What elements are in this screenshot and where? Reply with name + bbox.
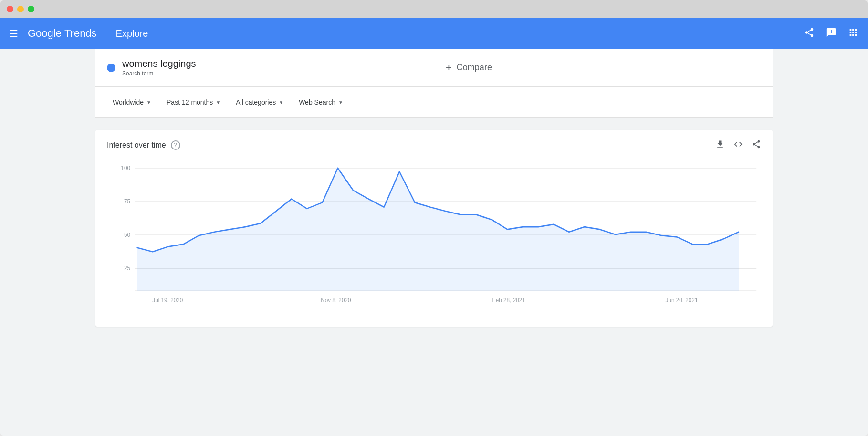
category-filter[interactable]: All categories ▼ (230, 95, 289, 110)
brand-trends: Trends (64, 27, 97, 40)
navbar-right (804, 27, 858, 40)
chart-title-row: Interest over time ? (107, 140, 180, 150)
search-type-label: Web Search (299, 98, 335, 106)
search-term-box: womens leggings Search term (95, 49, 430, 86)
close-button[interactable] (7, 6, 13, 12)
category-dropdown-arrow: ▼ (279, 100, 283, 105)
svg-text:25: 25 (124, 265, 130, 272)
chart-actions (715, 139, 761, 151)
svg-text:Jul 19, 2020: Jul 19, 2020 (152, 297, 183, 304)
minimize-button[interactable] (17, 6, 24, 12)
search-term-dot (107, 64, 115, 72)
chart-share-icon[interactable] (752, 139, 761, 151)
hamburger-icon[interactable]: ☰ (10, 28, 18, 39)
share-icon[interactable] (804, 27, 815, 40)
search-type-filter[interactable]: Web Search ▼ (293, 95, 349, 110)
help-icon[interactable]: ? (171, 140, 180, 150)
compare-plus-icon: + (446, 62, 452, 74)
brand-google: Google (28, 27, 62, 40)
search-area: womens leggings Search term + Compare (95, 49, 773, 87)
compare-box[interactable]: + Compare (430, 52, 773, 84)
svg-text:100: 100 (121, 165, 130, 172)
search-term-info: womens leggings Search term (122, 58, 196, 77)
navbar: ☰ Google Trends Explore (0, 18, 868, 49)
search-term-text: womens leggings (122, 58, 196, 69)
search-type-dropdown-arrow: ▼ (338, 100, 343, 105)
category-label: All categories (236, 98, 276, 106)
svg-text:Nov 8, 2020: Nov 8, 2020 (321, 297, 351, 304)
location-label: Worldwide (113, 98, 144, 106)
window-chrome (0, 0, 868, 18)
compare-label: Compare (457, 63, 492, 73)
svg-text:75: 75 (124, 198, 130, 205)
svg-text:Jun 20, 2021: Jun 20, 2021 (666, 297, 698, 304)
chart-container: 100 75 50 25 Jul 19, 2020 Nov 8, 2020 Fe… (107, 153, 761, 315)
chart-section: Interest over time ? (95, 130, 773, 327)
location-filter[interactable]: Worldwide ▼ (107, 95, 157, 110)
navbar-left: ☰ Google Trends Explore (10, 27, 148, 40)
chart-header: Interest over time ? (107, 139, 761, 151)
time-range-dropdown-arrow: ▼ (216, 100, 220, 105)
main-content: womens leggings Search term + Compare Wo… (0, 49, 868, 436)
svg-text:Feb 28, 2021: Feb 28, 2021 (492, 297, 525, 304)
time-range-filter[interactable]: Past 12 months ▼ (161, 95, 226, 110)
time-range-label: Past 12 months (167, 98, 213, 106)
svg-text:50: 50 (124, 232, 130, 239)
feedback-icon[interactable] (826, 27, 837, 40)
embed-icon[interactable] (733, 139, 743, 151)
chart-title: Interest over time (107, 141, 166, 149)
download-icon[interactable] (715, 139, 725, 151)
explore-label: Explore (116, 28, 148, 39)
maximize-button[interactable] (28, 6, 34, 12)
search-term-type: Search term (122, 70, 196, 77)
filter-bar: Worldwide ▼ Past 12 months ▼ All categor… (95, 87, 773, 118)
apps-icon[interactable] (848, 27, 858, 40)
trend-chart-svg: 100 75 50 25 Jul 19, 2020 Nov 8, 2020 Fe… (107, 153, 761, 315)
location-dropdown-arrow: ▼ (146, 100, 151, 105)
brand: Google Trends (28, 27, 97, 40)
